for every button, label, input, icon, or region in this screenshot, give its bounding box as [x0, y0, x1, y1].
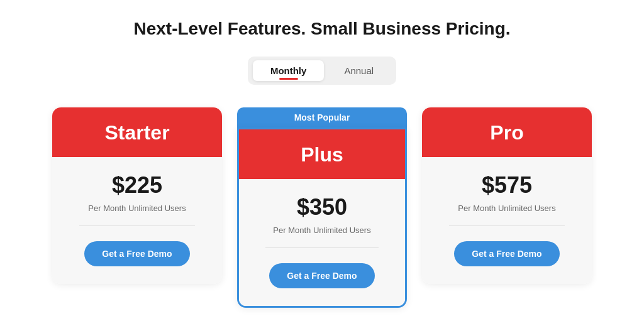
- plan-description-pro: Per Month Unlimited Users: [458, 204, 555, 213]
- plan-divider-plus: [265, 247, 378, 248]
- demo-button-plus[interactable]: Get a Free Demo: [269, 263, 374, 288]
- plan-price-starter: $225: [112, 172, 162, 198]
- demo-button-pro[interactable]: Get a Free Demo: [454, 241, 559, 266]
- plan-header-starter: Starter: [52, 107, 222, 157]
- plan-header-pro: Pro: [422, 107, 592, 157]
- billing-toggle: Monthly Annual: [248, 57, 396, 85]
- plan-divider-pro: [449, 225, 565, 226]
- plan-card-pro: Pro $575 Per Month Unlimited Users Get a…: [422, 107, 592, 284]
- plan-card-plus: Plus $350 Per Month Unlimited Users Get …: [237, 128, 407, 308]
- plan-wrapper-plus: Most Popular Plus $350 Per Month Unlimit…: [237, 107, 407, 308]
- plan-body-starter: $225 Per Month Unlimited Users Get a Fre…: [52, 157, 222, 284]
- plan-description-plus: Per Month Unlimited Users: [273, 225, 370, 235]
- plan-header-plus: Plus: [239, 129, 405, 179]
- plan-name-pro: Pro: [490, 121, 523, 144]
- billing-toggle-monthly[interactable]: Monthly: [253, 60, 325, 81]
- plan-name-starter: Starter: [104, 121, 169, 144]
- plan-body-pro: $575 Per Month Unlimited Users Get a Fre…: [422, 157, 592, 284]
- plan-name-plus: Plus: [301, 143, 343, 166]
- plan-wrapper-starter: Starter $225 Per Month Unlimited Users G…: [52, 107, 222, 284]
- most-popular-badge: Most Popular: [237, 107, 407, 128]
- demo-button-starter[interactable]: Get a Free Demo: [84, 241, 189, 266]
- plan-price-pro: $575: [482, 172, 532, 198]
- plan-divider-starter: [79, 225, 195, 226]
- page-title: Next-Level Features. Small Business Pric…: [133, 19, 510, 39]
- billing-toggle-annual[interactable]: Annual: [326, 60, 391, 81]
- plan-wrapper-pro: Pro $575 Per Month Unlimited Users Get a…: [422, 107, 592, 284]
- plans-container: Starter $225 Per Month Unlimited Users G…: [13, 107, 631, 308]
- plan-description-starter: Per Month Unlimited Users: [88, 204, 186, 213]
- plan-card-starter: Starter $225 Per Month Unlimited Users G…: [52, 107, 222, 284]
- plan-body-plus: $350 Per Month Unlimited Users Get a Fre…: [239, 179, 405, 306]
- plan-price-plus: $350: [297, 194, 347, 220]
